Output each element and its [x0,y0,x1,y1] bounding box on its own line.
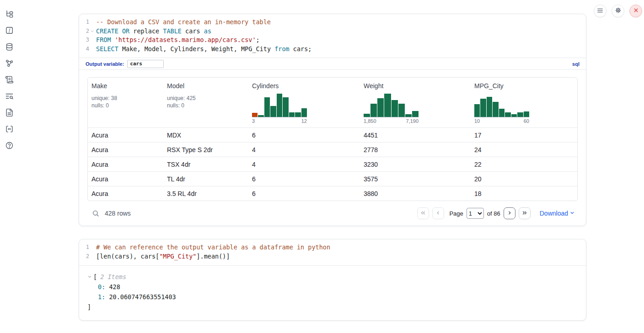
table-row[interactable]: AcuraMDX6445117 [88,127,577,142]
python-cell: 1# We can reference the output variable … [79,239,586,320]
table-cell: 4 [248,157,360,171]
gutter-spacer [89,18,95,27]
file-tree-icon [5,10,14,20]
sql-cell: 1-- Download a CSV and create an in-memo… [79,14,586,226]
gutter-spacer [89,252,95,261]
sidebar-dependency-graph-button[interactable] [5,59,14,69]
histogram-mpg_city: 1060 [474,94,529,124]
chevrons-right-icon [521,210,528,217]
table-cell: 2778 [360,143,471,157]
table-cell: 6 [248,172,360,186]
table-body: AcuraMDX6445117AcuraRSX Type S 2dr427782… [88,127,577,201]
table-cell: 6 [248,186,360,201]
sidebar-snippets-button[interactable] [5,125,14,134]
tree-item: 0: 428 [87,282,578,292]
line-number: 4 [79,45,89,54]
code-text: # We can reference the output variable a… [95,243,330,252]
column-header-weight[interactable]: Weight1,8507,190 [360,78,471,127]
sidebar-function-button[interactable]: f [5,26,14,36]
page-select[interactable]: 1 [467,208,484,219]
line-number: 1 [79,243,89,252]
download-button[interactable]: Download [540,210,575,217]
column-label: Model [167,82,245,90]
sidebar-documentation-button[interactable] [5,109,14,118]
table-row[interactable]: AcuraTL 4dr6357520 [88,171,577,186]
sql-code-editor[interactable]: 1-- Download a CSV and create an in-memo… [79,14,586,58]
chevron-left-icon [435,210,441,217]
output-tree: [ 2 Items 0: 4281: 20.060747663551403 ] [79,266,586,320]
tree-root[interactable]: [ 2 Items [87,272,578,282]
column-header-make[interactable]: Makeunique: 38nulls: 0 [88,78,163,127]
close-icon [633,7,639,15]
menu-button[interactable] [594,5,606,17]
line-number: 1 [79,18,89,27]
table-cell: 17 [471,128,577,142]
table-row[interactable]: Acura3.5 RL 4dr6388018 [88,186,577,201]
code-line[interactable]: 1# We can reference the output variable … [79,243,586,252]
table-cell: TSX 4dr [163,157,248,171]
window-controls [594,5,642,17]
chevron-down-icon [569,210,575,217]
chevrons-left-icon [420,210,426,217]
line-number: 2 [79,252,89,261]
code-text: SELECT Make, Model, Cylinders, Weight, M… [95,45,311,54]
gear-icon [615,7,622,15]
database-icon [5,42,14,53]
function-icon: f [5,26,14,36]
sidebar-help-button[interactable] [5,142,14,151]
column-label: Weight [364,82,467,90]
sidebar-file-tree-button[interactable] [5,10,14,19]
table-cell: 3880 [360,186,471,201]
table-row[interactable]: AcuraRSX Type S 2dr4277824 [88,142,577,157]
table-cell: 4 [248,143,360,157]
column-label: Make [91,82,160,90]
prev-page-button[interactable] [432,207,444,219]
column-header-mpg_city[interactable]: MPG_City1060 [471,78,577,127]
search-icon[interactable] [92,210,99,217]
sidebar-database-button[interactable] [5,43,14,52]
language-badge[interactable]: sql [572,61,580,67]
documentation-icon [5,108,14,118]
sidebar-table-search-button[interactable] [5,92,14,101]
code-text: [len(cars), cars["MPG_City"].mean()] [95,252,230,261]
code-line[interactable]: 2CREATE OR replace TABLE cars as [79,27,586,36]
data-table: Makeunique: 38nulls: 0Modelunique: 425nu… [87,77,578,201]
fold-icon[interactable] [89,27,95,36]
gutter-spacer [89,36,95,45]
column-label: MPG_City [474,82,574,90]
sidebar-logs-button[interactable] [5,76,14,85]
chevron-down-icon[interactable] [87,275,92,279]
histogram-cylinders: 312 [252,94,307,124]
table-cell: 6 [248,128,360,142]
page-total: of 86 [487,210,500,217]
table-cell: 22 [471,157,577,171]
code-line[interactable]: 4SELECT Make, Model, Cylinders, Weight, … [79,45,586,54]
output-variable-input[interactable] [127,60,164,68]
table-cell: Acura [88,128,163,142]
column-header-model[interactable]: Modelunique: 425nulls: 0 [163,78,248,127]
table-search-icon [5,92,14,102]
code-line[interactable]: 2[len(cars), cars["MPG_City"].mean()] [79,252,586,261]
code-text: FROM 'https://datasets.marimo.app/cars.c… [95,36,260,45]
column-header-cylinders[interactable]: Cylinders312 [248,78,360,127]
line-number: 3 [79,36,89,45]
chevron-right-icon [506,210,513,217]
notebook: 1-- Download a CSV and create an in-memo… [79,0,586,321]
table-cell: Acura [88,172,163,186]
table-cell: RSX Type S 2dr [163,143,248,157]
logs-icon [5,75,14,85]
last-page-button[interactable] [519,207,531,219]
first-page-button[interactable] [417,207,429,219]
table-cell: MDX [163,128,248,142]
table-cell: 4451 [360,128,471,142]
python-code-editor[interactable]: 1# We can reference the output variable … [79,239,586,265]
code-line[interactable]: 1-- Download a CSV and create an in-memo… [79,18,586,27]
close-button[interactable] [629,5,642,17]
help-icon [5,141,14,151]
settings-button[interactable] [612,5,624,17]
code-line[interactable]: 3FROM 'https://datasets.marimo.app/cars.… [79,36,586,45]
table-row[interactable]: AcuraTSX 4dr4323022 [88,157,577,171]
items-count: 2 Items [100,272,126,282]
next-page-button[interactable] [504,207,515,219]
output-variable-label: Output variable: [86,61,124,67]
